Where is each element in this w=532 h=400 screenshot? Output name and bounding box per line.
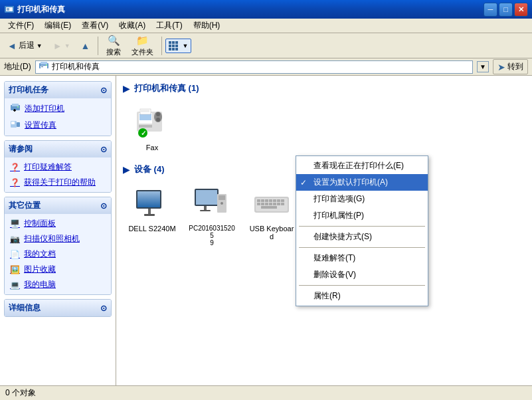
svg-rect-14 bbox=[41, 66, 47, 69]
details-title: 详细信息 bbox=[9, 302, 41, 314]
ctx-print-prefs[interactable]: 打印首选项(G) bbox=[296, 191, 428, 207]
svg-rect-57 bbox=[281, 199, 284, 202]
search-button[interactable]: 🔍 搜索 bbox=[102, 33, 126, 59]
maximize-button[interactable]: □ bbox=[499, 3, 513, 17]
fax-label: Fax bbox=[146, 144, 158, 151]
printers-arrow-icon: ▶ bbox=[123, 83, 130, 94]
pictures-label: 图片收藏 bbox=[24, 264, 56, 275]
dell-monitor-item[interactable]: DELL S2240M bbox=[126, 183, 179, 249]
search-icon: 🔍 bbox=[108, 35, 120, 47]
minimize-button[interactable]: ─ bbox=[484, 3, 497, 17]
menu-tools[interactable]: 工具(T) bbox=[151, 19, 187, 33]
ctx-separator-1 bbox=[299, 226, 425, 227]
ctx-view-printing[interactable]: 查看现在正在打印什么(E) bbox=[296, 157, 428, 174]
folders-icon: 📁 bbox=[136, 35, 149, 47]
sidebar-item-help[interactable]: ❓ 获得关于打印的帮助 bbox=[10, 177, 106, 188]
dell-monitor-icon bbox=[133, 186, 171, 223]
sidebar-item-scanner[interactable]: 📷 扫描仪和照相机 bbox=[10, 233, 106, 245]
sidebar-item-control-panel[interactable]: 🖥️ 控制面板 bbox=[10, 218, 106, 229]
menu-favorites[interactable]: 收藏(A) bbox=[114, 19, 151, 33]
forward-dropdown-icon[interactable]: ▼ bbox=[64, 43, 70, 49]
address-bar: 地址(D) 打印机和传真 ▼ ➤ 转到 bbox=[0, 58, 532, 76]
see-also-section: 请参阅 ⊙ ❓ 打印疑难解答 ❓ 获得关于打印的帮助 bbox=[4, 140, 112, 193]
dell-monitor-label: DELL S2240M bbox=[128, 225, 175, 233]
ctx-create-shortcut[interactable]: 创建快捷方式(S) bbox=[296, 229, 428, 245]
menu-file[interactable]: 文件(F) bbox=[3, 19, 39, 33]
svg-rect-40 bbox=[148, 209, 151, 214]
menu-view[interactable]: 查看(V) bbox=[76, 19, 114, 33]
up-button[interactable]: ▲ bbox=[76, 38, 95, 54]
svg-rect-55 bbox=[273, 199, 276, 202]
menu-help[interactable]: 帮助(H) bbox=[188, 19, 226, 33]
ctx-properties[interactable]: 属性(R) bbox=[296, 288, 428, 304]
ctx-set-default[interactable]: ✓ 设置为默认打印机(A) bbox=[296, 174, 428, 191]
printer-tasks-collapse-icon: ⊙ bbox=[100, 86, 107, 95]
ctx-check-1: ✓ bbox=[300, 178, 310, 187]
details-collapse-icon: ⊙ bbox=[100, 304, 107, 313]
back-label: 后退 bbox=[19, 40, 35, 51]
back-dropdown-icon[interactable]: ▼ bbox=[37, 43, 43, 49]
svg-rect-64 bbox=[281, 203, 284, 205]
fax-icon: ✓ bbox=[133, 105, 171, 142]
my-computer-icon: 💻 bbox=[10, 280, 20, 290]
fax-item[interactable]: ✓ Fax bbox=[126, 102, 179, 154]
close-button[interactable]: ✕ bbox=[514, 3, 528, 17]
see-also-header[interactable]: 请参阅 ⊙ bbox=[5, 141, 111, 157]
sidebar-item-add-printer[interactable]: 添加打印机 bbox=[10, 102, 106, 115]
printer-tasks-header[interactable]: 打印机任务 ⊙ bbox=[5, 82, 111, 98]
svg-rect-47 bbox=[219, 195, 225, 200]
svg-rect-63 bbox=[277, 203, 280, 205]
pc-svg bbox=[193, 186, 230, 223]
pc-label: PC201603152059 bbox=[188, 225, 236, 247]
printers-section-header: ▶ 打印机和传真 (1) bbox=[123, 82, 525, 94]
svg-rect-18 bbox=[12, 104, 19, 106]
go-button[interactable]: ➤ 转到 bbox=[493, 59, 528, 74]
other-places-header[interactable]: 其它位置 ⊙ bbox=[5, 197, 111, 214]
svg-rect-9 bbox=[169, 48, 171, 50]
usb-keyboard-item[interactable]: USB Keyboard bbox=[245, 183, 298, 249]
folders-button[interactable]: 📁 文件夹 bbox=[127, 33, 158, 59]
other-places-collapse-icon: ⊙ bbox=[100, 201, 107, 211]
address-input[interactable]: 打印机和传真 bbox=[35, 60, 473, 74]
other-places-section: 其它位置 ⊙ 🖥️ 控制面板 📷 扫描仪和照相机 📄 我的文档 🖼️ bbox=[4, 197, 112, 295]
svg-text:✓: ✓ bbox=[141, 130, 146, 137]
sidebar-item-setup-fax[interactable]: 设置传真 bbox=[10, 119, 106, 132]
svg-rect-59 bbox=[261, 203, 264, 205]
see-also-content: ❓ 打印疑难解答 ❓ 获得关于打印的帮助 bbox=[5, 157, 111, 192]
printers-grid: ✓ Fax bbox=[123, 100, 525, 157]
ctx-troubleshoot[interactable]: 疑难解答(T) bbox=[296, 250, 428, 266]
svg-rect-43 bbox=[196, 190, 217, 205]
ctx-view-printing-label: 查看现在正在打印什么(E) bbox=[313, 160, 404, 171]
devices-section-title: 设备 (4) bbox=[134, 163, 165, 175]
pc-item[interactable]: PC201603152059 bbox=[185, 183, 238, 249]
sidebar-item-my-docs[interactable]: 📄 我的文档 bbox=[10, 249, 106, 260]
back-button[interactable]: ◄ 后退 ▼ bbox=[3, 37, 47, 54]
content-area: ▶ 打印机和传真 (1) bbox=[116, 76, 532, 385]
ctx-printer-props[interactable]: 打印机属性(P) bbox=[296, 207, 428, 224]
forward-button[interactable]: ► ▼ bbox=[48, 38, 75, 54]
see-also-title: 请参阅 bbox=[9, 144, 33, 155]
view-dropdown-icon[interactable]: ▼ bbox=[182, 43, 188, 49]
control-panel-label: 控制面板 bbox=[24, 218, 56, 229]
svg-rect-61 bbox=[269, 203, 272, 205]
details-header[interactable]: 详细信息 ⊙ bbox=[5, 300, 111, 316]
address-dropdown-icon[interactable]: ▼ bbox=[477, 61, 489, 72]
svg-rect-51 bbox=[257, 199, 260, 202]
menu-bar: 文件(F) 编辑(E) 查看(V) 收藏(A) 工具(T) 帮助(H) bbox=[0, 19, 532, 33]
view-button[interactable]: ▼ bbox=[165, 39, 191, 53]
scanner-label: 扫描仪和照相机 bbox=[24, 233, 80, 245]
ctx-printer-props-label: 打印机属性(P) bbox=[313, 210, 364, 221]
sidebar-item-troubleshoot[interactable]: ❓ 打印疑难解答 bbox=[10, 161, 106, 173]
toolbar-separator-2 bbox=[161, 37, 162, 55]
status-text: 0 个对象 bbox=[5, 387, 36, 399]
menu-edit[interactable]: 编辑(E) bbox=[39, 19, 76, 33]
svg-point-48 bbox=[221, 202, 223, 205]
up-arrow-icon: ▲ bbox=[81, 41, 90, 51]
sidebar-item-pictures[interactable]: 🖼️ 图片收藏 bbox=[10, 264, 106, 275]
back-arrow-icon: ◄ bbox=[7, 41, 17, 51]
sidebar-item-my-computer[interactable]: 💻 我的电脑 bbox=[10, 279, 106, 290]
toolbar: ◄ 后退 ▼ ► ▼ ▲ 🔍 搜索 📁 文件夹 ▼ bbox=[0, 33, 532, 58]
pc-icon bbox=[193, 186, 230, 223]
ctx-delete-device[interactable]: 删除设备(V) bbox=[296, 266, 428, 283]
svg-rect-62 bbox=[273, 203, 276, 205]
